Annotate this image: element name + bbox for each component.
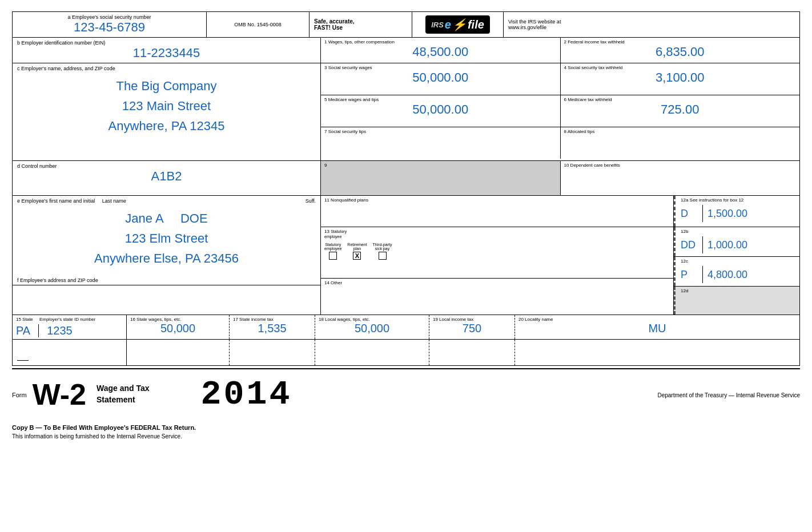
efile-logo: IRS e ⚡ file <box>425 15 490 34</box>
ein-label: b Employer identification number (EIN) <box>17 40 316 46</box>
box6: 6 Medicare tax withheld 725.00 <box>561 95 800 127</box>
box2: 2 Federal income tax withheld 6,835.00 <box>561 38 800 63</box>
box12b: 12b DD 1,000.00 <box>674 227 799 257</box>
box1-label: 1 Wages, tips, other compensation <box>324 39 557 45</box>
ein-value: 11-2233445 <box>17 46 316 61</box>
employer-name: The Big Company 123 Main Street Anywhere… <box>17 76 316 136</box>
w2-logo-area: W-2 <box>33 380 86 409</box>
box20-label: 20 Locality name <box>518 317 796 322</box>
box15-ein: 1235 <box>47 324 73 337</box>
safe-cell: Safe, accurate,FAST! Use <box>309 12 412 37</box>
thirdparty-checkbox[interactable] <box>379 252 387 260</box>
box4-label: 4 Social security tax withheld <box>564 65 797 70</box>
header-row: a Employee's social security number 123-… <box>13 12 799 38</box>
box4: 4 Social security tax withheld 3,100.00 <box>561 63 800 95</box>
box18-value: 50,000 <box>319 322 425 335</box>
copy-sub: This information is being furnished to t… <box>12 433 800 440</box>
employee-name-label: e Employee's first name and initial Last… <box>17 198 126 204</box>
state-row-2 <box>13 340 799 365</box>
box9-label: 9 <box>324 163 557 168</box>
form-label-area: Form <box>12 389 27 400</box>
employee-main-row: e Employee's first name and initial Last… <box>13 196 799 315</box>
box6-label: 6 Medicare tax withheld <box>564 97 797 102</box>
box9: 9 <box>321 161 561 195</box>
boxes-9-10: 9 10 Dependent care benefits <box>321 161 799 195</box>
efile-cell: IRS e ⚡ file <box>412 12 504 37</box>
box3-label: 3 Social security wages <box>324 65 557 70</box>
f-label: f Employee's address and ZIP code <box>17 277 98 283</box>
box2-label: 2 Federal income tax withheld <box>564 39 797 45</box>
box12a-code: D <box>681 208 698 220</box>
employee-suff-row: e Employee's first name and initial Last… <box>17 198 316 204</box>
box12a-amount: 1,500.00 <box>708 208 747 220</box>
control-value: A1B2 <box>17 169 316 184</box>
box12a-inner: D 1,500.00 <box>681 205 796 222</box>
statement-area: Wage and TaxStatement <box>97 383 150 405</box>
retirement-checkbox[interactable]: X <box>353 252 361 260</box>
employee-name: Jane A DOE 123 Elm Street Anywhere Else,… <box>17 208 316 269</box>
box4-value: 3,100.00 <box>564 70 797 85</box>
box18-label: 18 Local wages, tips, etc. <box>319 317 425 322</box>
omb-cell: OMB No. 1545-0008 <box>207 12 309 37</box>
box12c-label: 12c <box>681 259 796 264</box>
state-row2-15 <box>13 340 127 365</box>
box12c-inner: P 4,800.00 <box>681 266 796 283</box>
box15-label: 15 State Employer's state ID number <box>16 317 123 322</box>
box12a: 12a See instructions for box 12 D 1,500.… <box>674 196 799 227</box>
state-row-1: 15 State Employer's state ID number PA 1… <box>13 315 799 340</box>
box20: 20 Locality name MU <box>515 315 799 339</box>
employee-name-area: e Employee's first name and initial Last… <box>13 196 320 271</box>
tax-year: 2014 <box>201 375 292 414</box>
box12c-code: P <box>681 269 698 281</box>
state-row2-19 <box>429 340 515 365</box>
box10: 10 Dependent care benefits <box>561 161 800 195</box>
boxes-3-4: 3 Social security wages 50,000.00 4 Soci… <box>321 63 799 95</box>
box11: 11 Nonqualified plans <box>321 196 673 227</box>
box6-value: 725.00 <box>564 102 797 117</box>
box12c: 12c P 4,800.00 <box>674 257 799 287</box>
box16-label: 16 State wages, tips, etc. <box>130 317 226 322</box>
dept-area: Department of the Treasury — Internal Re… <box>657 389 800 400</box>
box19: 19 Local income tax 750 <box>429 315 515 339</box>
box10-label: 10 Dependent care benefits <box>564 163 797 168</box>
irs-cell: Visit the IRS website atwww.irs.gov/efil… <box>504 12 799 37</box>
box12b-amount: 1,000.00 <box>708 239 747 251</box>
box2-value: 6,835.00 <box>564 45 797 59</box>
box16: 16 State wages, tips, etc. 50,000 <box>127 315 230 339</box>
employer-name-label: c Employer's name, address, and ZIP code <box>17 66 316 71</box>
ssn-cell: a Employee's social security number 123-… <box>13 12 207 37</box>
box11-label: 11 Nonqualified plans <box>324 198 670 203</box>
footer: Form W-2 Wage and TaxStatement 2014 Depa… <box>12 368 800 420</box>
box5-label: 5 Medicare wages and tips <box>324 97 557 102</box>
control-label: d Control number <box>17 163 316 169</box>
copy-area: Copy B — To Be Filed With Employee's FED… <box>12 424 800 440</box>
statutory-employee-checkbox-item: Statutoryemployee <box>324 243 341 260</box>
safe-text: Safe, accurate,FAST! Use <box>314 18 355 31</box>
box3: 3 Social security wages 50,000.00 <box>321 63 561 95</box>
employer-cell: c Employer's name, address, and ZIP code… <box>13 63 321 160</box>
box20-value: MU <box>518 322 796 335</box>
box12d: 12d <box>674 287 799 315</box>
control-boxes910-row: d Control number A1B2 9 10 Dependent car… <box>13 161 799 196</box>
ssn-label: a Employee's social security number <box>17 14 202 20</box>
ssn-value: 123-45-6789 <box>17 20 202 35</box>
box5-value: 50,000.00 <box>324 102 557 117</box>
omb-text: OMB No. 1545-0008 <box>234 22 282 27</box>
statement-title: Wage and TaxStatement <box>97 384 150 404</box>
irs-text: Visit the IRS website atwww.irs.gov/efil… <box>508 19 561 30</box>
statutory-checkbox[interactable] <box>329 252 337 260</box>
employee-left-col: e Employee's first name and initial Last… <box>13 196 321 315</box>
box8-label: 8 Allocated tips <box>564 129 797 134</box>
state-row2-17 <box>230 340 315 365</box>
state-row2-18 <box>315 340 429 365</box>
box19-label: 19 Local income tax <box>433 317 511 322</box>
boxes-1-2: 1 Wages, tips, other compensation 48,500… <box>321 38 799 63</box>
box1-value: 48,500.00 <box>324 45 557 59</box>
w2-logo: W-2 <box>33 378 86 411</box>
boxes-right-34-78-910: 3 Social security wages 50,000.00 4 Soci… <box>321 63 799 160</box>
form-label: Form <box>12 392 27 398</box>
box3-value: 50,000.00 <box>324 70 557 85</box>
retirement-label: Retirementplan <box>347 243 367 251</box>
boxes-right-area: 11 Nonqualified plans 13 Statutoryemploy… <box>321 196 799 315</box>
boxes-11-13-14: 11 Nonqualified plans 13 Statutoryemploy… <box>321 196 674 315</box>
